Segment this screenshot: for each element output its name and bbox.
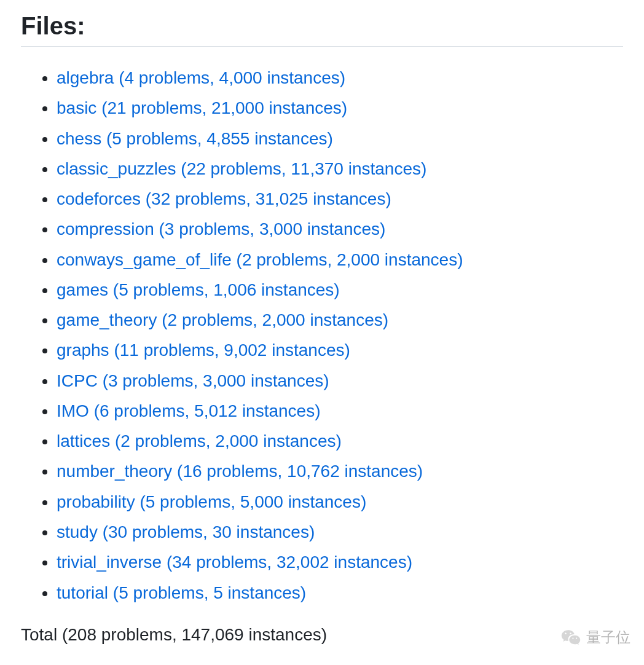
file-link[interactable]: trivial_inverse (34 problems, 32,002 ins… [57,553,412,572]
file-link[interactable]: lattices (2 problems, 2,000 instances) [57,431,342,451]
list-item: chess (5 problems, 4,855 instances) [57,124,623,154]
list-item: probability (5 problems, 5,000 instances… [57,487,623,517]
list-item: compression (3 problems, 3,000 instances… [57,214,623,244]
file-link[interactable]: classic_puzzles (22 problems, 11,370 ins… [57,159,426,178]
list-item: conways_game_of_life (2 problems, 2,000 … [57,245,623,275]
list-item: classic_puzzles (22 problems, 11,370 ins… [57,154,623,184]
file-link[interactable]: probability (5 problems, 5,000 instances… [57,492,366,511]
list-item: study (30 problems, 30 instances) [57,517,623,547]
file-link[interactable]: ICPC (3 problems, 3,000 instances) [57,371,329,390]
file-link[interactable]: tutorial (5 problems, 5 instances) [57,583,306,602]
list-item: IMO (6 problems, 5,012 instances) [57,396,623,426]
file-link[interactable]: game_theory (2 problems, 2,000 instances… [57,310,388,329]
file-link[interactable]: compression (3 problems, 3,000 instances… [57,219,385,238]
file-link[interactable]: algebra (4 problems, 4,000 instances) [57,68,345,87]
list-item: trivial_inverse (34 problems, 32,002 ins… [57,547,623,577]
list-item: game_theory (2 problems, 2,000 instances… [57,305,623,335]
file-link[interactable]: IMO (6 problems, 5,012 instances) [57,401,321,420]
file-link[interactable]: codeforces (32 problems, 31,025 instance… [57,189,391,208]
list-item: ICPC (3 problems, 3,000 instances) [57,366,623,396]
total-summary: Total (208 problems, 147,069 instances) [21,625,623,645]
file-link[interactable]: study (30 problems, 30 instances) [57,522,315,541]
list-item: codeforces (32 problems, 31,025 instance… [57,184,623,214]
file-link[interactable]: conways_game_of_life (2 problems, 2,000 … [57,250,463,269]
list-item: number_theory (16 problems, 10,762 insta… [57,456,623,486]
list-item: lattices (2 problems, 2,000 instances) [57,426,623,456]
list-item: basic (21 problems, 21,000 instances) [57,93,623,123]
files-list: algebra (4 problems, 4,000 instances) ba… [21,63,623,608]
list-item: games (5 problems, 1,006 instances) [57,275,623,305]
list-item: graphs (11 problems, 9,002 instances) [57,335,623,365]
file-link[interactable]: number_theory (16 problems, 10,762 insta… [57,462,423,481]
file-link[interactable]: chess (5 problems, 4,855 instances) [57,129,333,148]
list-item: algebra (4 problems, 4,000 instances) [57,63,623,93]
file-link[interactable]: basic (21 problems, 21,000 instances) [57,98,347,117]
section-heading-files: Files: [21,12,623,47]
list-item: tutorial (5 problems, 5 instances) [57,578,623,608]
file-link[interactable]: graphs (11 problems, 9,002 instances) [57,340,350,360]
file-link[interactable]: games (5 problems, 1,006 instances) [57,280,340,299]
